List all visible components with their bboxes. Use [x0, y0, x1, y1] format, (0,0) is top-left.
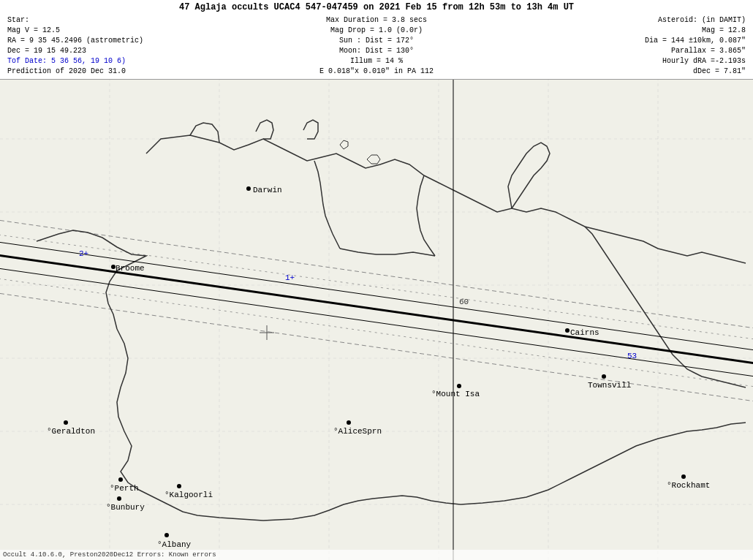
- hourly-dra: Hourly dRA =-2.193s: [605, 56, 746, 67]
- map-svg: Darwin Broome Cairns Townsvill °Mount Is…: [0, 66, 753, 560]
- asteroid-dia: Dia = 144 ±10km, 0.087": [605, 36, 746, 46]
- label-kalgoorlie: °Kalgoorli: [164, 491, 213, 499]
- sun-dist: Sun : Dist = 172°: [154, 36, 599, 46]
- label-mountisa: °Mount Isa: [431, 390, 480, 398]
- label-rockhampton: °Rockhamt: [667, 481, 710, 490]
- label-perth: °Perth: [110, 484, 139, 493]
- label-broome: Broome: [116, 264, 145, 273]
- label-geraldton: °Geraldton: [47, 427, 95, 436]
- label-albany: °Albany: [157, 540, 192, 549]
- moon-dist: Moon: Dist = 130°: [154, 46, 599, 56]
- label-townsville: Townsvill: [588, 381, 631, 390]
- path-label-53: 53: [627, 352, 637, 360]
- asteroid-label: Asteroid: (in DAMIT): [605, 15, 746, 26]
- ra: RA = 9 35 45.2496 (astrometric): [7, 36, 148, 46]
- mag-drop: Mag Drop = 1.0 (0.0r): [154, 26, 599, 36]
- path-label-2plus: 2+: [79, 249, 88, 258]
- illum: Illum = 14 %: [154, 56, 599, 67]
- city-bunbury: [117, 496, 121, 501]
- map-container: 47 Aglaja occults UCAC4 547-047459 on 20…: [0, 0, 753, 560]
- left-col: Star: Mag V = 12.5 RA = 9 35 45.2496 (as…: [4, 15, 151, 77]
- island-2: [340, 140, 348, 149]
- label-alicesprings: °AliceSprn: [333, 427, 382, 436]
- city-geraldton: [64, 420, 68, 425]
- footer: Occult 4.10.6.0, Preston2020Dec12 Errors…: [0, 550, 753, 560]
- max-duration: Max Duration = 3.8 secs: [154, 15, 599, 26]
- city-kalgoorlie: [177, 484, 181, 488]
- city-cairns: [565, 328, 570, 333]
- svg-line-14: [0, 234, 753, 340]
- city-townsville: [602, 374, 606, 379]
- city-perth: [118, 477, 123, 482]
- label-bunbury: °Bunbury: [106, 503, 145, 512]
- city-albany: [164, 533, 169, 537]
- path-lower-limit: [0, 268, 753, 377]
- island-1: [367, 155, 380, 164]
- dec: Dec = 19 15 49.223: [7, 46, 148, 56]
- center-col: Max Duration = 3.8 secs Mag Drop = 1.0 (…: [151, 15, 602, 77]
- ddec: dDec = 7.81": [605, 67, 746, 77]
- right-col: Asteroid: (in DAMIT) Mag = 12.8 Dia = 14…: [602, 15, 749, 77]
- label-darwin: Darwin: [253, 186, 282, 194]
- star-label: Star:: [7, 15, 148, 26]
- path-label-60: 60: [459, 298, 469, 306]
- asteroid-mag: Mag = 12.8: [605, 26, 746, 36]
- page-title: 47 Aglaja occults UCAC4 547-047459 on 20…: [4, 1, 749, 14]
- footer-text: Occult 4.10.6.0, Preston2020Dec12 Errors…: [3, 551, 216, 559]
- label-cairns: Cairns: [570, 328, 599, 337]
- city-mountisa: [457, 384, 461, 388]
- tof-date: Tof Date: 5 36 56, 19 10 6): [7, 56, 148, 67]
- mag-v: Mag V = 12.5: [7, 26, 148, 36]
- city-darwin: [246, 186, 251, 191]
- city-alicesprings: [347, 420, 351, 425]
- city-rockhampton: [681, 474, 686, 479]
- parallax: Parallax = 3.865": [605, 46, 746, 56]
- error-ellipse: E 0.018"x 0.010" in PA 112: [154, 67, 599, 77]
- path-upper-limit: [0, 241, 753, 351]
- prediction: Prediction of 2020 Dec 31.0: [7, 67, 148, 77]
- path-label-1plus: 1+: [285, 273, 295, 282]
- coastline: [37, 120, 746, 521]
- cross-marker: [260, 325, 274, 340]
- info-panel: 47 Aglaja occults UCAC4 547-047459 on 20…: [0, 0, 753, 80]
- svg-line-15: [0, 278, 753, 387]
